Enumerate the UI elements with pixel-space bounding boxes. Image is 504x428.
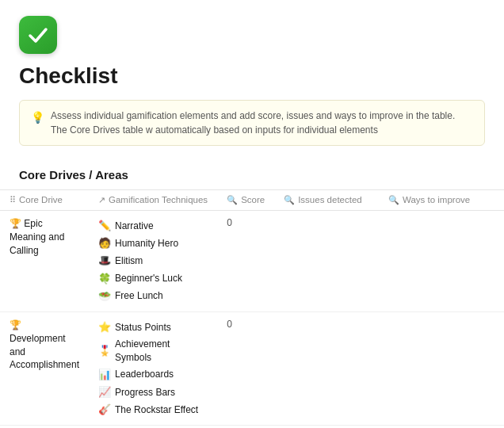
info-text: Assess individual gamification elements … bbox=[51, 109, 473, 137]
app-header: Checklist 💡 Assess individual gamificati… bbox=[0, 0, 504, 168]
extra-cell bbox=[485, 311, 504, 425]
improve-cell bbox=[379, 211, 485, 312]
technique-name: Leaderboards bbox=[115, 368, 174, 381]
technique-item: ✏️Narrative bbox=[98, 217, 208, 235]
technique-name: Humanity Hero bbox=[115, 237, 178, 250]
col-extra bbox=[485, 190, 504, 211]
core-drive-cell: 🏆 Epic Meaning and Calling bbox=[0, 211, 89, 312]
table-wrapper: ⠿Core Drive ↗Gamification Techniques 🔍Sc… bbox=[0, 189, 504, 428]
technique-name: Narrative bbox=[115, 220, 154, 233]
technique-item: 🎩Elitism bbox=[98, 252, 208, 269]
technique-item: 🍀Beginner's Luck bbox=[98, 270, 208, 288]
technique-name: Elitism bbox=[115, 254, 143, 268]
technique-item: ⭐Status Points bbox=[98, 319, 208, 336]
technique-name: The Rockstar Effect bbox=[115, 403, 198, 417]
col-improve: 🔍Ways to improve bbox=[379, 190, 485, 211]
score-cell: 0 bbox=[217, 211, 274, 312]
technique-item: 🎸The Rockstar Effect bbox=[98, 401, 208, 418]
issues-cell bbox=[274, 311, 379, 425]
technique-name: Achievement Symbols bbox=[115, 338, 208, 365]
technique-name: Beginner's Luck bbox=[115, 272, 182, 285]
technique-emoji: 🍀 bbox=[98, 272, 111, 286]
technique-emoji: 🥗 bbox=[98, 289, 111, 304]
improve-cell bbox=[379, 311, 485, 425]
core-drives-table: ⠿Core Drive ↗Gamification Techniques 🔍Sc… bbox=[0, 189, 504, 428]
technique-emoji: ✏️ bbox=[98, 219, 111, 233]
technique-item: 📊Leaderboards bbox=[98, 366, 208, 384]
table-row: 🏆 Development and Accomplishment⭐Status … bbox=[0, 311, 504, 425]
section-title: Core Drives / Areas bbox=[0, 168, 504, 182]
technique-item: 🎖️Achievement Symbols bbox=[98, 336, 208, 366]
technique-name: Free Lunch bbox=[115, 289, 163, 303]
col-score: 🔍Score bbox=[217, 190, 274, 211]
technique-item: 🧑Humanity Hero bbox=[98, 235, 208, 252]
technique-emoji: 📊 bbox=[98, 368, 111, 382]
col-core-drive: ⠿Core Drive bbox=[0, 190, 89, 211]
table-header-row: ⠿Core Drive ↗Gamification Techniques 🔍Sc… bbox=[0, 190, 504, 211]
techniques-cell: ⭐Status Points🎖️Achievement Symbols📊Lead… bbox=[89, 311, 217, 425]
technique-emoji: ⭐ bbox=[98, 320, 111, 334]
technique-emoji: 🎖️ bbox=[98, 344, 111, 358]
technique-emoji: 📈 bbox=[98, 385, 111, 399]
info-icon: 💡 bbox=[31, 109, 44, 126]
technique-emoji: 🎩 bbox=[98, 254, 111, 268]
technique-emoji: 🎸 bbox=[98, 403, 111, 417]
app-icon bbox=[19, 16, 57, 54]
technique-name: Status Points bbox=[115, 321, 171, 334]
table-row: 🏆 Epic Meaning and Calling✏️Narrative🧑Hu… bbox=[0, 211, 504, 312]
technique-item: 📈Progress Bars bbox=[98, 384, 208, 401]
info-banner: 💡 Assess individual gamification element… bbox=[19, 100, 485, 146]
col-techniques: ↗Gamification Techniques bbox=[89, 190, 217, 211]
technique-emoji: 🧑 bbox=[98, 236, 111, 250]
col-issues: 🔍Issues detected bbox=[274, 190, 379, 211]
score-cell: 0 bbox=[217, 311, 274, 425]
technique-name: Progress Bars bbox=[115, 386, 175, 399]
technique-item: 🥗Free Lunch bbox=[98, 288, 208, 305]
techniques-cell: ✏️Narrative🧑Humanity Hero🎩Elitism🍀Beginn… bbox=[89, 211, 217, 312]
core-drive-cell: 🏆 Development and Accomplishment bbox=[0, 311, 89, 425]
issues-cell bbox=[274, 211, 379, 312]
page-title: Checklist bbox=[19, 63, 485, 89]
extra-cell bbox=[485, 211, 504, 312]
